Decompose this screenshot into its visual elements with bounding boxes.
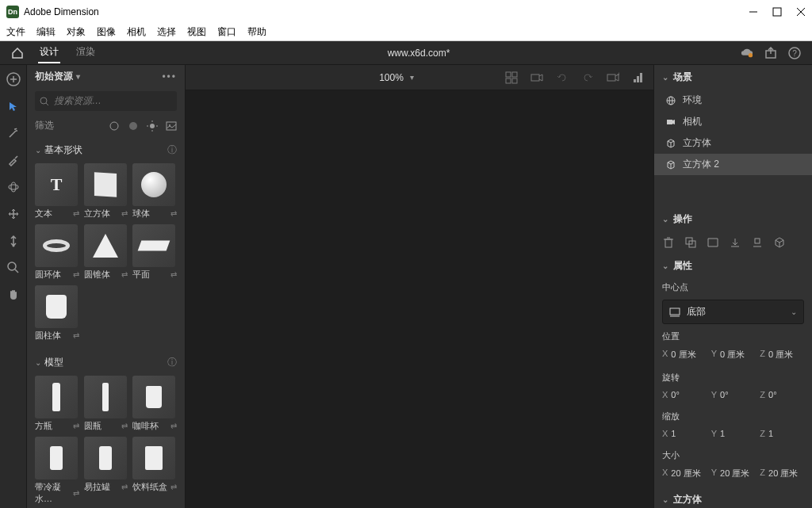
asset-item[interactable]: 圆锥体⇄ [84,224,128,281]
menu-item[interactable]: 图像 [97,25,116,39]
duplicate-icon[interactable] [684,236,697,249]
grid-icon[interactable] [504,71,519,85]
asset-menu-icon[interactable]: ⇄ [121,422,128,430]
zoom-tool[interactable] [6,260,21,276]
home-icon[interactable] [11,47,24,59]
group-icon[interactable] [707,236,719,249]
undo-icon[interactable] [555,71,569,85]
size-x[interactable]: X20 厘米 [662,468,707,479]
position-z[interactable]: Z0 厘米 [760,349,804,361]
scale-z[interactable]: Z1 [760,429,804,438]
asset-menu-icon[interactable]: ⇄ [170,422,177,430]
help-icon[interactable]: ⓘ [167,143,177,157]
menu-item[interactable]: 文件 [6,25,25,39]
select-tool[interactable] [6,98,21,114]
asset-item[interactable]: 圆柱体⇄ [35,285,79,342]
minimize-button[interactable] [749,7,758,17]
magic-wand-tool[interactable] [6,125,21,141]
asset-item[interactable]: 带冷凝水…⇄ [35,437,79,505]
mode-tab[interactable]: 设计 [38,42,60,63]
canvas-viewport[interactable] [186,90,653,508]
asset-menu-icon[interactable]: ⇄ [170,483,177,491]
eyedropper-tool[interactable] [6,152,21,168]
search-input[interactable]: 搜索资源… [35,91,177,111]
3d-box-icon[interactable] [773,236,786,249]
asset-menu-icon[interactable]: ⇄ [73,331,79,340]
filter-lights-icon[interactable] [147,120,158,132]
share-icon[interactable] [764,47,777,59]
pivot-select[interactable]: 底部 ⌄ [662,300,804,324]
scene-section-header[interactable]: ⌄ 场景 [654,65,812,90]
asset-menu-icon[interactable]: ⇄ [121,270,128,279]
asset-menu-icon[interactable]: ⇄ [73,209,79,218]
menu-item[interactable]: 视图 [187,25,206,39]
orbit-tool[interactable] [6,179,21,195]
object-section-header[interactable]: ⌄ 立方体 [654,487,812,508]
asset-item[interactable]: 圆瓶⇄ [84,376,128,432]
scale-y[interactable]: Y1 [711,429,756,438]
panel-menu-icon[interactable]: ••• [162,71,177,82]
zoom-control[interactable]: 100% ▾ [379,72,414,83]
rotation-z[interactable]: Z0° [760,390,804,399]
add-tool[interactable] [6,71,21,87]
asset-menu-icon[interactable]: ⇄ [73,489,79,498]
menu-item[interactable]: 对象 [67,25,86,39]
align-to-ground-icon[interactable] [729,236,741,249]
asset-item[interactable]: 咖啡杯⇄ [132,376,177,432]
asset-menu-icon[interactable]: ⇄ [170,209,177,218]
size-y[interactable]: Y20 厘米 [711,468,756,479]
filter-materials-icon[interactable] [128,120,139,132]
scene-item[interactable]: 相机 [654,111,812,132]
properties-section-header[interactable]: ⌄ 属性 [654,254,812,278]
asset-label: 咖啡杯 [132,420,159,432]
delete-icon[interactable] [662,236,675,249]
dolly-tool[interactable] [6,233,21,249]
filter-shapes-icon[interactable] [109,120,120,132]
position-x[interactable]: X0 厘米 [662,349,707,361]
scene-item[interactable]: 立方体 2 [654,154,812,175]
actions-section-header[interactable]: ⌄ 操作 [654,207,812,231]
asset-item[interactable]: 饮料纸盒⇄ [132,437,177,505]
scene-item[interactable]: 立方体 [654,132,812,154]
asset-item[interactable]: 方瓶⇄ [35,376,79,432]
cloud-sync-icon[interactable] [741,47,753,59]
filter-images-icon[interactable] [166,120,177,132]
pan-tool[interactable] [6,206,21,222]
asset-menu-icon[interactable]: ⇄ [121,209,128,218]
close-button[interactable] [796,7,806,17]
asset-menu-icon[interactable]: ⇄ [73,270,79,279]
chevron-down-icon[interactable]: ▾ [76,72,80,81]
mode-tab[interactable]: 渲染 [75,42,97,63]
camera-bookmark-icon[interactable] [530,71,544,85]
asset-item[interactable]: 平面⇄ [132,224,177,281]
asset-item[interactable]: 立方体⇄ [84,163,128,220]
menu-item[interactable]: 编辑 [36,25,56,39]
asset-item[interactable]: T文本⇄ [35,163,79,220]
help-icon[interactable]: ? [788,47,801,59]
rotation-y[interactable]: Y0° [711,390,756,399]
redo-icon[interactable] [580,71,595,85]
asset-item[interactable]: 球体⇄ [132,163,177,220]
asset-menu-icon[interactable]: ⇄ [170,270,177,279]
scale-x[interactable]: X1 [662,429,707,438]
camera-add-icon[interactable]: + [606,71,620,85]
rotation-x[interactable]: X0° [662,390,707,399]
hand-tool[interactable] [6,287,21,303]
menu-item[interactable]: 选择 [157,25,176,39]
asset-item[interactable]: 易拉罐⇄ [84,437,128,505]
help-icon[interactable]: ⓘ [167,356,177,369]
section-title[interactable]: ⌄基本形状 [35,143,82,157]
menu-item[interactable]: 窗口 [217,25,236,39]
position-y[interactable]: Y0 厘米 [711,349,756,361]
asset-menu-icon[interactable]: ⇄ [121,483,128,491]
menu-item[interactable]: 帮助 [247,25,266,39]
asset-item[interactable]: 圆环体⇄ [35,224,79,281]
asset-menu-icon[interactable]: ⇄ [73,422,79,430]
section-title[interactable]: ⌄模型 [35,356,63,369]
render-preview-icon[interactable] [631,71,645,85]
maximize-button[interactable] [772,7,782,17]
size-z[interactable]: Z20 厘米 [760,468,804,479]
menu-item[interactable]: 相机 [127,25,146,39]
scene-item[interactable]: 环境 [654,90,812,111]
move-to-ground-icon[interactable] [751,236,764,249]
